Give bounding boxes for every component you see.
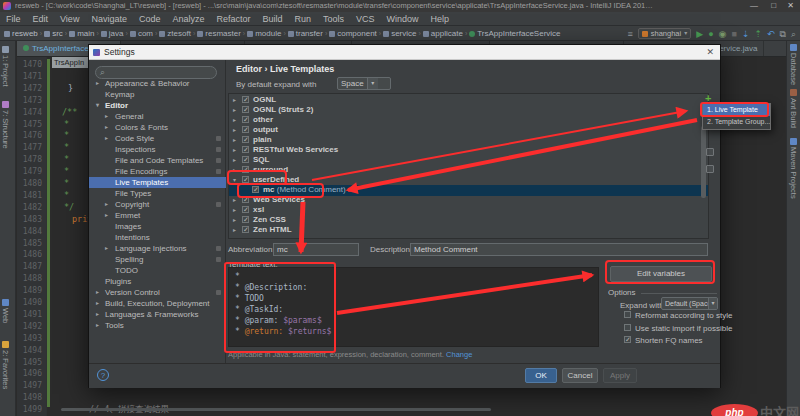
breadcrumb-item[interactable]: module [255, 29, 281, 38]
tree-expand-icon[interactable]: ▸ [233, 145, 236, 155]
description-field[interactable]: Method Comment [410, 243, 708, 256]
template-text-editor[interactable]: ** @Description:* TODO* @TaskId:* @param… [228, 267, 599, 347]
option-use-static-import-if-possible[interactable]: Use static import if possible [624, 324, 732, 334]
tool-button-antbuild[interactable]: Ant Build [789, 89, 798, 128]
add-template-icon[interactable]: + [705, 93, 711, 103]
settings-tree-item-keymap[interactable]: Keymap [89, 89, 226, 100]
template-row-plain[interactable]: ▸✓plain [229, 135, 708, 145]
menu-item-refactor[interactable]: Refactor [210, 12, 256, 26]
menu-item-navigate[interactable]: Navigate [85, 12, 133, 26]
menu-item-vcs[interactable]: VCS [350, 12, 381, 26]
settings-tree-item-colors---fonts[interactable]: ▸Colors & Fonts [89, 122, 226, 133]
tool-button-structure[interactable]: 7: Structure [1, 101, 10, 149]
checkbox-checked-icon[interactable]: ✓ [252, 186, 259, 193]
abbreviation-field[interactable]: mc [273, 243, 359, 256]
run-button[interactable]: ▶ [696, 28, 703, 40]
settings-tree-item-file-types[interactable]: File Types [89, 188, 226, 199]
settings-tree-item-copyright[interactable]: ▸Copyright [89, 199, 226, 210]
rollback-icon[interactable]: ↶ [767, 28, 775, 40]
checkbox-checked-icon[interactable]: ✓ [242, 116, 249, 123]
checkbox-checked-icon[interactable]: ✓ [242, 216, 249, 223]
option-shorten-fq-names[interactable]: ✓Shorten FQ names [624, 336, 703, 346]
settings-tree-item-build--execution--deployment[interactable]: ▸Build, Execution, Deployment [89, 298, 226, 309]
menu-item-view[interactable]: View [54, 12, 85, 26]
tree-expand-icon[interactable]: ▸ [105, 122, 108, 133]
checkbox-checked-icon[interactable]: ✓ [242, 106, 249, 113]
breadcrumb-item[interactable]: transfer [296, 29, 323, 38]
tree-expand-icon[interactable]: ▸ [105, 133, 108, 144]
tool-button-project[interactable]: 1: Project [1, 46, 10, 87]
settings-tree-item-tools[interactable]: ▸Tools [89, 320, 226, 331]
tree-expand-icon[interactable]: ▸ [105, 199, 108, 210]
ok-button[interactable]: OK [525, 368, 557, 383]
tree-expand-icon[interactable]: ▸ [105, 210, 108, 221]
settings-tree-item-images[interactable]: Images [89, 221, 226, 232]
breadcrumb-item[interactable]: main [77, 29, 94, 38]
template-row-output[interactable]: ▸✓output [229, 125, 708, 135]
apply-button[interactable]: Apply [603, 368, 637, 383]
breadcrumb-item[interactable]: src [52, 29, 63, 38]
duplicate-icon[interactable] [706, 148, 714, 156]
option-reformat-according-to-style[interactable]: Reformat according to style [624, 311, 732, 321]
settings-tree-item-file-encodings[interactable]: File Encodings [89, 166, 226, 177]
tree-expand-icon[interactable]: ▸ [96, 309, 99, 320]
settings-tree-item-plugins[interactable]: Plugins [89, 276, 226, 287]
breadcrumb-item[interactable]: java [109, 29, 124, 38]
checkbox-checked-icon[interactable]: ✓ [242, 226, 249, 233]
settings-tree-item-live-templates[interactable]: Live Templates [89, 177, 226, 188]
settings-tree-item-inspections[interactable]: Inspections [89, 144, 226, 155]
tool-button-database[interactable]: Database [789, 44, 798, 85]
checkbox-unchecked-icon[interactable] [624, 311, 631, 318]
close-button[interactable]: ✕ [787, 0, 794, 12]
template-group-list[interactable]: ▸✓OGNL▸✓OGNL (Struts 2)▸✓other▸✓output▸✓… [228, 93, 709, 239]
checkbox-checked-icon[interactable]: ✓ [242, 126, 249, 133]
breadcrumb-item[interactable]: component [337, 29, 377, 38]
tree-expand-icon[interactable]: ▸ [233, 215, 236, 225]
diff-icon[interactable]: ⧉ [780, 28, 786, 40]
tree-expand-icon[interactable]: ▸ [233, 135, 236, 145]
tree-expand-icon[interactable]: ▸ [233, 165, 236, 175]
menu-item-code[interactable]: Code [133, 12, 167, 26]
vcs-update-icon[interactable]: ⇣ [742, 28, 750, 40]
template-row-other[interactable]: ▸✓other [229, 115, 708, 125]
tree-expand-icon[interactable]: ▸ [233, 105, 236, 115]
minimize-button[interactable]: — [750, 0, 758, 12]
breadcrumb-item[interactable]: ztesoft [167, 29, 191, 38]
tool-button-mavenprojects[interactable]: Maven Projects [789, 138, 798, 199]
menu-item-build[interactable]: Build [256, 12, 288, 26]
tree-expand-icon[interactable]: ▸ [233, 195, 236, 205]
settings-tree-item-file-and-code-templates[interactable]: File and Code Templates [89, 155, 226, 166]
tree-expand-icon[interactable]: ▸ [105, 111, 108, 122]
breadcrumb-item[interactable]: com [138, 29, 153, 38]
tree-expand-icon[interactable]: ▸ [233, 125, 236, 135]
template-row-zen-css[interactable]: ▸✓Zen CSS [229, 215, 708, 225]
checkbox-checked-icon[interactable]: ✓ [242, 96, 249, 103]
tree-expand-icon[interactable]: ▸ [233, 95, 236, 105]
edit-variables-button[interactable]: Edit variables [610, 266, 712, 282]
run-config-combo[interactable]: shanghai ▾ [638, 28, 691, 39]
tree-expand-icon[interactable]: ▸ [233, 225, 236, 235]
menu-item-help[interactable]: Help [425, 12, 456, 26]
tree-expand-icon[interactable]: ▸ [233, 155, 236, 165]
vcs-commit-icon[interactable]: ⇡ [754, 28, 762, 40]
restore-defaults-icon[interactable] [706, 165, 714, 173]
popup-item----template-group---[interactable]: 2. Template Group... [703, 116, 770, 128]
tool-button-web[interactable]: Web [1, 299, 10, 323]
template-row-web-services[interactable]: ▸✓Web Services [229, 195, 708, 205]
menu-item-run[interactable]: Run [289, 12, 318, 26]
tree-expand-icon[interactable]: ▸ [105, 243, 108, 254]
tool-button-favorites[interactable]: 2: Favorites [1, 341, 10, 389]
settings-tree-item-version-control[interactable]: ▸Version Control [89, 287, 226, 298]
popup-item----live-template[interactable]: 1. Live Template [703, 104, 770, 116]
settings-tree-item-code-style[interactable]: ▸Code Style [89, 133, 226, 144]
settings-tree-item-appearance---behavior[interactable]: ▸Appearance & Behavior [89, 78, 226, 89]
checkbox-checked-icon[interactable]: ✓ [242, 196, 249, 203]
menu-item-tools[interactable]: Tools [317, 12, 350, 26]
search-everywhere-icon[interactable]: ⌕ [791, 28, 796, 40]
tree-expand-icon[interactable]: ▾ [96, 100, 99, 111]
checkbox-checked-icon[interactable]: ✓ [242, 136, 249, 143]
checkbox-checked-icon[interactable]: ✓ [242, 166, 249, 173]
tree-expand-icon[interactable]: ▸ [96, 78, 99, 89]
tree-expand-icon[interactable]: ▸ [96, 298, 99, 309]
maximize-button[interactable]: □ [771, 0, 776, 12]
